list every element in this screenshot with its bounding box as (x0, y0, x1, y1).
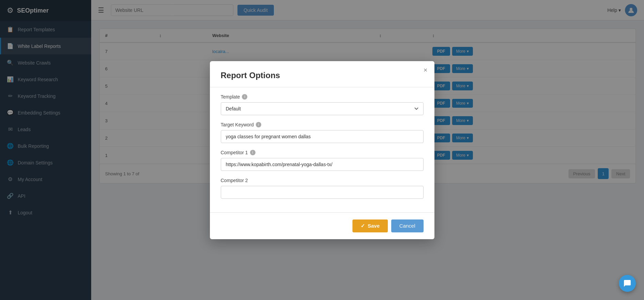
target-keyword-label: Target Keyword i (221, 122, 424, 127)
report-options-modal: Report Options × Template i Default Targ… (210, 61, 434, 239)
template-info-icon[interactable]: i (242, 94, 247, 100)
modal-title: Report Options (221, 71, 424, 80)
competitor2-form-group: Competitor 2 (221, 178, 424, 199)
modal-header: Report Options × (210, 61, 434, 87)
modal-header-divider (210, 87, 434, 87)
target-keyword-info-icon[interactable]: i (256, 122, 261, 127)
competitor1-label: Competitor 1 i (221, 150, 424, 155)
save-check-icon: ✓ (361, 223, 365, 229)
modal-footer: ✓ Save Cancel (210, 213, 434, 239)
modal-overlay[interactable]: Report Options × Template i Default Targ… (0, 0, 644, 300)
template-form-group: Template i Default (221, 94, 424, 115)
competitor2-label: Competitor 2 (221, 178, 424, 183)
competitor2-input[interactable] (221, 186, 424, 199)
target-keyword-input[interactable] (221, 130, 424, 143)
target-keyword-form-group: Target Keyword i (221, 122, 424, 143)
competitor1-input[interactable] (221, 158, 424, 171)
cancel-button[interactable]: Cancel (391, 219, 424, 232)
save-button[interactable]: ✓ Save (352, 219, 388, 232)
chat-bubble[interactable] (619, 275, 636, 292)
template-label: Template i (221, 94, 424, 100)
competitor1-info-icon[interactable]: i (250, 150, 255, 155)
modal-body: Template i Default Target Keyword i Comp… (210, 94, 434, 212)
competitor1-form-group: Competitor 1 i (221, 150, 424, 171)
modal-close-button[interactable]: × (424, 67, 428, 73)
template-select[interactable]: Default (221, 102, 424, 115)
